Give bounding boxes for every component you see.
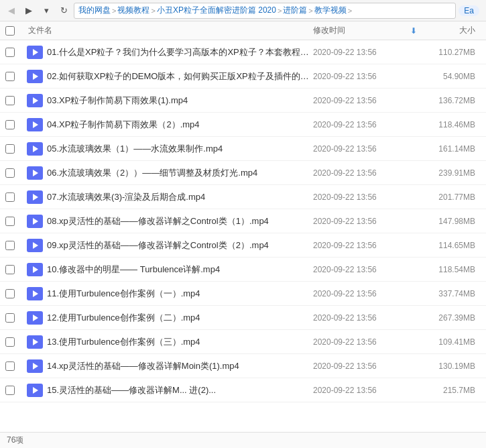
table-row[interactable]: 06.水流玻璃效果（2））——细节调整及材质灯光.mp4 2020-09-22 … [0,161,486,185]
header-name[interactable]: 文件名 [25,25,313,36]
breadcrumb-item-0[interactable]: 我的网盘 [78,5,111,16]
table-row[interactable]: 10.修改器中的明星—— Turbulence详解.mp4 2020-09-22… [0,258,486,282]
file-mtime: 2020-09-22 13:56 [313,168,407,178]
file-name: 11.使用Turbulence创作案例（一）.mp4 [47,288,313,300]
row-checkbox-7[interactable] [5,217,15,226]
file-type-icon [25,334,44,350]
file-size: 110.27MB [420,48,481,57]
status-bar: 76项 [0,432,486,448]
row-checkbox-9[interactable] [5,265,15,274]
file-type-icon [25,44,44,60]
row-checkbox-cell [5,337,25,347]
row-checkbox-cell [5,144,25,154]
column-header: 文件名 修改时间 ⬇ 大小 [0,21,486,40]
file-name: 09.xp灵活性的基础——修改器详解之Control类（2）.mp4 [47,239,313,251]
table-row[interactable]: 07.水流玻璃效果(3)-渲染及后期合成.mp4 2020-09-22 13:5… [0,185,486,209]
toolbar: ◀ ▶ ▾ ↻ 我的网盘 > 视频教程 > 小丑XP粒子全面解密进阶篇 2020… [0,0,486,21]
row-checkbox-cell [5,72,25,81]
topright-area: Ea [459,5,482,16]
file-type-icon [25,358,44,374]
file-size: 130.19MB [420,361,481,371]
file-size: 118.54MB [420,265,481,274]
file-name: 10.修改器中的明星—— Turbulence详解.mp4 [47,264,313,276]
file-name: 04.XP粒子制作简易下雨效果（2）.mp4 [47,119,313,131]
row-checkbox-3[interactable] [5,120,15,129]
table-row[interactable]: 15.灵活性的基础——修改器详解M... 进(2)... 2020-09-22 … [0,378,486,402]
row-checkbox-13[interactable] [5,361,15,371]
file-name: 06.水流玻璃效果（2））——细节调整及材质灯光.mp4 [47,167,313,179]
file-size: 136.72MB [420,96,481,105]
table-row[interactable]: 05.水流玻璃效果（1）——水流效果制作.mp4 2020-09-22 13:5… [0,137,486,161]
row-checkbox-1[interactable] [5,72,15,81]
table-row[interactable]: 14.xp灵活性的基础——修改器详解Moin类(1).mp4 2020-09-2… [0,354,486,378]
row-checkbox-cell [5,168,25,178]
file-size: 147.98MB [420,217,481,226]
table-row[interactable]: 12.使用Turbulence创作案例（二）.mp4 2020-09-22 13… [0,306,486,330]
file-type-icon [25,310,44,326]
table-row[interactable]: 02.如何获取XP粒子的DEMO版本，如何购买正版XP粒子及插件的安装.mp4 … [0,64,486,89]
file-type-icon [25,93,44,109]
dropdown-button[interactable]: ▾ [39,3,54,18]
row-checkbox-5[interactable] [5,168,15,178]
refresh-button[interactable]: ↻ [56,3,71,18]
file-size: 239.91MB [420,168,481,178]
table-row[interactable]: 08.xp灵活性的基础——修改器详解之Control类（1）.mp4 2020-… [0,209,486,233]
breadcrumb-item-1[interactable]: 视频教程 [117,5,149,16]
header-sort-icon[interactable]: ⬇ [407,26,420,36]
file-mtime: 2020-09-22 13:56 [313,72,407,81]
user-avatar-label[interactable]: Ea [459,5,479,16]
row-checkbox-10[interactable] [5,289,15,298]
file-mtime: 2020-09-22 13:56 [313,96,407,105]
table-row[interactable]: 13.使用Turbulence创作案例（三）.mp4 2020-09-22 13… [0,330,486,354]
table-row[interactable]: 09.xp灵活性的基础——修改器详解之Control类（2）.mp4 2020-… [0,233,486,258]
file-mtime: 2020-09-22 13:56 [313,361,407,371]
forward-button[interactable]: ▶ [21,3,36,18]
file-type-icon [25,213,44,229]
breadcrumb-sep-1: > [151,7,155,15]
breadcrumb-item-3[interactable]: 进阶篇 [283,5,307,16]
file-mtime: 2020-09-22 13:56 [313,217,407,226]
file-mtime: 2020-09-22 13:56 [313,313,407,323]
row-checkbox-4[interactable] [5,144,15,154]
file-name: 02.如何获取XP粒子的DEMO版本，如何购买正版XP粒子及插件的安装.mp4 [47,70,313,82]
file-mtime: 2020-09-22 13:56 [313,192,407,202]
row-checkbox-2[interactable] [5,96,15,105]
breadcrumb-sep-0: > [112,7,116,15]
row-checkbox-0[interactable] [5,48,15,57]
row-checkbox-cell [5,313,25,323]
row-checkbox-cell [5,96,25,105]
file-name: 05.水流玻璃效果（1）——水流效果制作.mp4 [47,143,313,155]
row-checkbox-11[interactable] [5,313,15,323]
table-row[interactable]: 03.XP粒子制作简易下雨效果(1).mp4 2020-09-22 13:56 … [0,89,486,113]
back-button[interactable]: ◀ [4,3,19,18]
header-mtime[interactable]: 修改时间 [313,25,407,36]
breadcrumb-sep-2: > [278,7,282,15]
file-name: 15.灵活性的基础——修改器详解M... 进(2)... [47,384,313,396]
row-checkbox-8[interactable] [5,241,15,250]
header-size[interactable]: 大小 [420,25,481,36]
breadcrumb-sep-3: > [308,7,312,15]
file-type-icon [25,68,44,85]
file-size: 161.14MB [420,144,481,154]
table-row[interactable]: 01.什么是XP粒子？我们为什么要学习高版本的XP粒子？本套教程我们能... 2… [0,40,486,64]
file-type-icon [25,165,44,181]
breadcrumb-item-4[interactable]: 教学视频 [314,5,347,16]
file-mtime: 2020-09-22 13:56 [313,144,407,154]
item-count: 76项 [7,435,23,446]
row-checkbox-12[interactable] [5,337,15,347]
file-size: 114.65MB [420,241,481,250]
table-row[interactable]: 11.使用Turbulence创作案例（一）.mp4 2020-09-22 13… [0,282,486,306]
table-row[interactable]: 04.XP粒子制作简易下雨效果（2）.mp4 2020-09-22 13:56 … [0,113,486,137]
breadcrumb-item-2[interactable]: 小丑XP粒子全面解密进阶篇 2020 [157,5,276,16]
file-name: 14.xp灵活性的基础——修改器详解Moin类(1).mp4 [47,360,313,372]
row-checkbox-cell [5,120,25,129]
file-name: 08.xp灵活性的基础——修改器详解之Control类（1）.mp4 [47,215,313,227]
file-name: 12.使用Turbulence创作案例（二）.mp4 [47,312,313,324]
row-checkbox-6[interactable] [5,192,15,202]
select-all-checkbox[interactable] [5,26,15,36]
file-mtime: 2020-09-22 13:56 [313,120,407,129]
row-checkbox-14[interactable] [5,386,15,395]
file-size: 54.90MB [420,72,481,81]
breadcrumb: 我的网盘 > 视频教程 > 小丑XP粒子全面解密进阶篇 2020 > 进阶篇 >… [74,3,456,19]
file-type-icon [25,141,44,157]
